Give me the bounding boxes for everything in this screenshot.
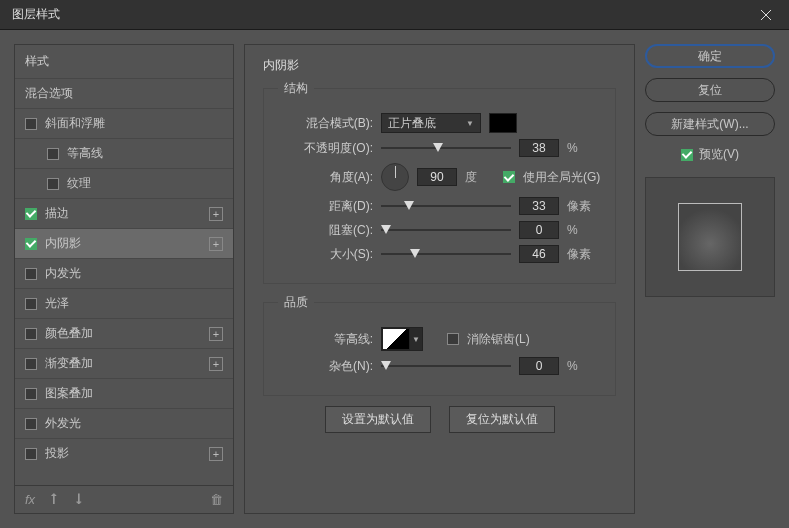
- style-checkbox[interactable]: [25, 268, 37, 280]
- size-slider[interactable]: [381, 247, 511, 261]
- contour-label: 等高线:: [278, 331, 373, 348]
- blend-value: 正片叠底: [388, 115, 436, 132]
- preview-row: 预览(V): [645, 146, 775, 163]
- choke-unit: %: [567, 223, 597, 237]
- antialias-label: 消除锯齿(L): [467, 331, 530, 348]
- color-swatch[interactable]: [489, 113, 517, 133]
- choke-row: 阻塞(C): 0 %: [278, 221, 601, 239]
- style-checkbox[interactable]: [25, 418, 37, 430]
- dialog-body: 样式 混合选项斜面和浮雕等高线纹理描边+内阴影+内发光光泽颜色叠加+渐变叠加+图…: [0, 30, 789, 528]
- add-effect-button[interactable]: +: [209, 357, 223, 371]
- style-checkbox[interactable]: [47, 148, 59, 160]
- sidebar-item-label: 外发光: [45, 415, 81, 432]
- style-checkbox[interactable]: [25, 388, 37, 400]
- global-light-checkbox[interactable]: [503, 171, 515, 183]
- size-label: 大小(S):: [278, 246, 373, 263]
- angle-dial[interactable]: [381, 163, 409, 191]
- settings-panel: 内阴影 结构 混合模式(B): 正片叠底 ▼ 不透明度(O): 38 % 角度(…: [244, 44, 635, 514]
- sidebar-item-0[interactable]: 混合选项: [15, 78, 233, 108]
- sidebar-item-8[interactable]: 颜色叠加+: [15, 318, 233, 348]
- opacity-label: 不透明度(O):: [278, 140, 373, 157]
- noise-slider[interactable]: [381, 359, 511, 373]
- new-style-button[interactable]: 新建样式(W)...: [645, 112, 775, 136]
- sidebar-item-4[interactable]: 描边+: [15, 198, 233, 228]
- arrow-up-icon[interactable]: 🠕: [47, 492, 60, 507]
- noise-row: 杂色(N): 0 %: [278, 357, 601, 375]
- blend-label: 混合模式(B):: [278, 115, 373, 132]
- style-checkbox[interactable]: [25, 298, 37, 310]
- add-effect-button[interactable]: +: [209, 207, 223, 221]
- sidebar-item-2[interactable]: 等高线: [15, 138, 233, 168]
- sidebar-item-7[interactable]: 光泽: [15, 288, 233, 318]
- sidebar-item-label: 描边: [45, 205, 69, 222]
- structure-legend: 结构: [278, 80, 314, 97]
- style-checkbox[interactable]: [25, 118, 37, 130]
- distance-row: 距离(D): 33 像素: [278, 197, 601, 215]
- blend-mode-select[interactable]: 正片叠底 ▼: [381, 113, 481, 133]
- sidebar-item-3[interactable]: 纹理: [15, 168, 233, 198]
- add-effect-button[interactable]: +: [209, 237, 223, 251]
- style-checkbox[interactable]: [25, 328, 37, 340]
- distance-slider[interactable]: [381, 199, 511, 213]
- sidebar-item-label: 渐变叠加: [45, 355, 93, 372]
- panel-title: 内阴影: [263, 57, 616, 74]
- angle-unit: 度: [465, 169, 495, 186]
- style-checkbox[interactable]: [25, 448, 37, 460]
- reset-default-button[interactable]: 复位为默认值: [449, 406, 555, 433]
- sidebar-footer: fx 🠕 🠗 🗑: [15, 485, 233, 513]
- sidebar-item-label: 颜色叠加: [45, 325, 93, 342]
- sidebar-item-label: 图案叠加: [45, 385, 93, 402]
- global-light-label: 使用全局光(G): [523, 169, 600, 186]
- style-checkbox[interactable]: [25, 358, 37, 370]
- sidebar-item-label: 等高线: [67, 145, 103, 162]
- add-effect-button[interactable]: +: [209, 447, 223, 461]
- sidebar-item-11[interactable]: 外发光: [15, 408, 233, 438]
- titlebar: 图层样式: [0, 0, 789, 30]
- contour-row: 等高线: ▼ 消除锯齿(L): [278, 327, 601, 351]
- preview-label: 预览(V): [699, 146, 739, 163]
- sidebar-item-6[interactable]: 内发光: [15, 258, 233, 288]
- preview-panel: [645, 177, 775, 297]
- default-buttons: 设置为默认值 复位为默认值: [263, 406, 616, 433]
- antialias-checkbox[interactable]: [447, 333, 459, 345]
- sidebar-item-9[interactable]: 渐变叠加+: [15, 348, 233, 378]
- sidebar-item-label: 内发光: [45, 265, 81, 282]
- right-panel: 确定 复位 新建样式(W)... 预览(V): [645, 44, 775, 514]
- sidebar-item-5[interactable]: 内阴影+: [15, 228, 233, 258]
- sidebar-item-label: 混合选项: [25, 85, 73, 102]
- size-input[interactable]: 46: [519, 245, 559, 263]
- preview-checkbox[interactable]: [681, 149, 693, 161]
- add-effect-button[interactable]: +: [209, 327, 223, 341]
- noise-label: 杂色(N):: [278, 358, 373, 375]
- style-checkbox[interactable]: [47, 178, 59, 190]
- preview-swatch: [678, 203, 742, 271]
- noise-input[interactable]: 0: [519, 357, 559, 375]
- fx-icon[interactable]: fx: [25, 492, 35, 507]
- arrow-down-icon[interactable]: 🠗: [72, 492, 85, 507]
- close-button[interactable]: [743, 0, 789, 30]
- set-default-button[interactable]: 设置为默认值: [325, 406, 431, 433]
- chevron-down-icon: ▼: [410, 328, 422, 350]
- choke-label: 阻塞(C):: [278, 222, 373, 239]
- sidebar-item-12[interactable]: 投影+: [15, 438, 233, 468]
- choke-input[interactable]: 0: [519, 221, 559, 239]
- style-checkbox[interactable]: [25, 208, 37, 220]
- chevron-down-icon: ▼: [466, 119, 474, 128]
- ok-button[interactable]: 确定: [645, 44, 775, 68]
- angle-label: 角度(A):: [278, 169, 373, 186]
- trash-icon[interactable]: 🗑: [210, 492, 223, 507]
- angle-input[interactable]: 90: [417, 168, 457, 186]
- opacity-input[interactable]: 38: [519, 139, 559, 157]
- sidebar-item-1[interactable]: 斜面和浮雕: [15, 108, 233, 138]
- styles-sidebar: 样式 混合选项斜面和浮雕等高线纹理描边+内阴影+内发光光泽颜色叠加+渐变叠加+图…: [14, 44, 234, 514]
- style-checkbox[interactable]: [25, 238, 37, 250]
- sidebar-item-10[interactable]: 图案叠加: [15, 378, 233, 408]
- contour-picker[interactable]: ▼: [381, 327, 423, 351]
- choke-slider[interactable]: [381, 223, 511, 237]
- distance-unit: 像素: [567, 198, 597, 215]
- cancel-button[interactable]: 复位: [645, 78, 775, 102]
- noise-unit: %: [567, 359, 597, 373]
- sidebar-item-label: 内阴影: [45, 235, 81, 252]
- distance-input[interactable]: 33: [519, 197, 559, 215]
- opacity-slider[interactable]: [381, 141, 511, 155]
